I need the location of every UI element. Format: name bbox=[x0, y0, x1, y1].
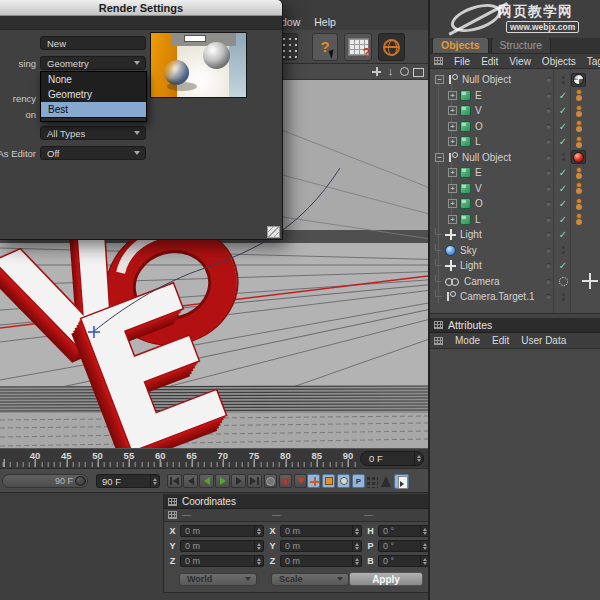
play-backward-button[interactable] bbox=[199, 474, 214, 488]
dialog-resize-handle[interactable] bbox=[267, 226, 280, 238]
menu-item-view[interactable]: View bbox=[509, 56, 531, 67]
record-button[interactable] bbox=[264, 474, 277, 488]
coordinates-header[interactable]: Coordinates bbox=[164, 495, 428, 509]
visibility-dot[interactable] bbox=[546, 139, 551, 144]
enabled-check-icon[interactable]: ✓ bbox=[556, 183, 570, 194]
object-label[interactable]: L bbox=[475, 214, 481, 225]
value-field[interactable]: 0 ° bbox=[378, 540, 430, 552]
viewport-maximize-icon[interactable] bbox=[413, 66, 424, 77]
tag-dots[interactable] bbox=[571, 135, 586, 149]
next-key-button[interactable] bbox=[231, 474, 246, 488]
end-frame-field[interactable]: 0 F bbox=[360, 451, 424, 466]
object-tree-row[interactable]: +L✓ bbox=[430, 134, 600, 150]
visibility-dot[interactable] bbox=[546, 294, 551, 299]
value-field[interactable]: 0 m bbox=[280, 540, 362, 552]
expander-icon[interactable]: − bbox=[435, 75, 444, 84]
tag-dots[interactable] bbox=[571, 88, 586, 102]
visibility-dot[interactable] bbox=[546, 77, 551, 82]
object-tree-row[interactable]: Light✓ bbox=[430, 227, 600, 243]
menu-item-tags[interactable]: Tags bbox=[587, 56, 600, 67]
expander-icon[interactable]: + bbox=[448, 137, 457, 146]
menu-item-help[interactable]: Help bbox=[314, 16, 336, 28]
object-label[interactable]: Null Object bbox=[462, 74, 511, 85]
object-label[interactable]: Light bbox=[460, 229, 482, 240]
filter-dropdown[interactable]: All Types bbox=[40, 126, 146, 140]
prev-key-button[interactable] bbox=[183, 474, 198, 488]
scrub-knob[interactable] bbox=[75, 476, 86, 486]
key-parameter-toggle[interactable]: P bbox=[352, 474, 365, 488]
object-tree-row[interactable]: Light✓ bbox=[430, 258, 600, 274]
dropdown-option[interactable]: Geometry bbox=[41, 87, 146, 102]
key-scale-toggle[interactable] bbox=[322, 474, 335, 488]
viewport-pan-icon[interactable] bbox=[371, 66, 382, 77]
viewport-rotate-icon[interactable] bbox=[399, 66, 410, 77]
stepper[interactable] bbox=[254, 526, 263, 536]
stepper[interactable] bbox=[254, 556, 263, 566]
visibility-dot[interactable] bbox=[546, 279, 551, 284]
enabled-check-icon[interactable]: ✓ bbox=[556, 167, 570, 178]
object-label[interactable]: O bbox=[475, 121, 483, 132]
key-position-toggle[interactable] bbox=[307, 474, 320, 488]
antialiasing-dropdown[interactable]: Geometry bbox=[40, 56, 146, 70]
tag-dots[interactable] bbox=[571, 197, 586, 211]
tag-dots[interactable] bbox=[571, 104, 586, 118]
enabled-check-icon[interactable]: ✓ bbox=[556, 121, 570, 132]
object-label[interactable]: L bbox=[475, 136, 481, 147]
object-tree-row[interactable]: Camera bbox=[430, 274, 600, 290]
current-frame-field[interactable]: 90 F bbox=[96, 474, 160, 488]
hierarchy-icon[interactable] bbox=[381, 476, 391, 487]
panel-grid-icon[interactable] bbox=[168, 511, 177, 519]
pla-icon[interactable] bbox=[366, 476, 378, 488]
enabled-check-icon[interactable]: ✓ bbox=[556, 105, 570, 116]
keyframe-selection-button[interactable] bbox=[294, 474, 307, 488]
camera-crosshair-icon[interactable] bbox=[582, 273, 598, 289]
value-field[interactable]: 0 ° bbox=[378, 555, 430, 567]
expander-icon[interactable]: + bbox=[448, 91, 457, 100]
stepper[interactable] bbox=[352, 541, 361, 551]
stepper[interactable] bbox=[352, 526, 361, 536]
expander-icon[interactable]: + bbox=[448, 122, 457, 131]
command-palette-icon[interactable]: ? bbox=[344, 33, 372, 61]
stepper[interactable] bbox=[254, 541, 263, 551]
value-field[interactable]: 0 m bbox=[280, 555, 362, 567]
object-tree-row[interactable]: +E✓ bbox=[430, 88, 600, 104]
document-icon[interactable] bbox=[394, 474, 409, 489]
object-tree-row[interactable]: +O✓ bbox=[430, 119, 600, 135]
object-tree-row[interactable]: +V✓ bbox=[430, 103, 600, 119]
object-tree-row[interactable]: +O✓ bbox=[430, 196, 600, 212]
dropdown-option[interactable]: None bbox=[41, 72, 146, 87]
enabled-check-icon[interactable]: ✓ bbox=[556, 136, 570, 147]
visibility-dot[interactable] bbox=[546, 217, 551, 222]
panel-grid-icon[interactable] bbox=[434, 57, 443, 65]
object-label[interactable]: Sky bbox=[460, 245, 477, 256]
expander-icon[interactable]: + bbox=[448, 215, 457, 224]
object-tree-row[interactable]: +E✓ bbox=[430, 165, 600, 181]
panel-grid-icon[interactable] bbox=[168, 498, 177, 506]
object-tree-row[interactable]: Sky bbox=[430, 243, 600, 259]
object-label[interactable]: E bbox=[475, 90, 482, 101]
object-tree-row[interactable]: +L✓ bbox=[430, 212, 600, 228]
tab-objects[interactable]: Objects bbox=[432, 37, 489, 53]
attributes-header[interactable]: Attributes bbox=[430, 318, 600, 333]
stepper[interactable] bbox=[352, 556, 361, 566]
apply-button[interactable]: Apply bbox=[349, 572, 423, 586]
play-forward-button[interactable] bbox=[215, 474, 230, 488]
menu-item-file[interactable]: File bbox=[454, 56, 470, 67]
expander-icon[interactable]: + bbox=[448, 184, 457, 193]
camera-toggle-icon[interactable] bbox=[556, 277, 570, 286]
visibility-dot[interactable] bbox=[546, 93, 551, 98]
panel-grid-icon[interactable] bbox=[434, 337, 443, 345]
menu-item-user-data[interactable]: User Data bbox=[521, 335, 566, 346]
menu-item-edit[interactable]: Edit bbox=[481, 56, 498, 67]
enabled-check-icon[interactable]: ✓ bbox=[556, 90, 570, 101]
value-field[interactable]: 0 m bbox=[280, 525, 362, 537]
panel-grid-icon[interactable] bbox=[434, 321, 443, 329]
object-label[interactable]: E bbox=[475, 167, 482, 178]
object-label[interactable]: Camera.Target.1 bbox=[460, 291, 534, 302]
coordinate-space-dropdown[interactable]: World bbox=[179, 573, 257, 586]
expander-icon[interactable]: − bbox=[435, 153, 444, 162]
tag-dots[interactable] bbox=[571, 212, 586, 226]
visibility-dot[interactable] bbox=[546, 170, 551, 175]
visibility-dot[interactable] bbox=[546, 232, 551, 237]
coordinate-mode-dropdown[interactable]: Scale bbox=[271, 573, 349, 586]
